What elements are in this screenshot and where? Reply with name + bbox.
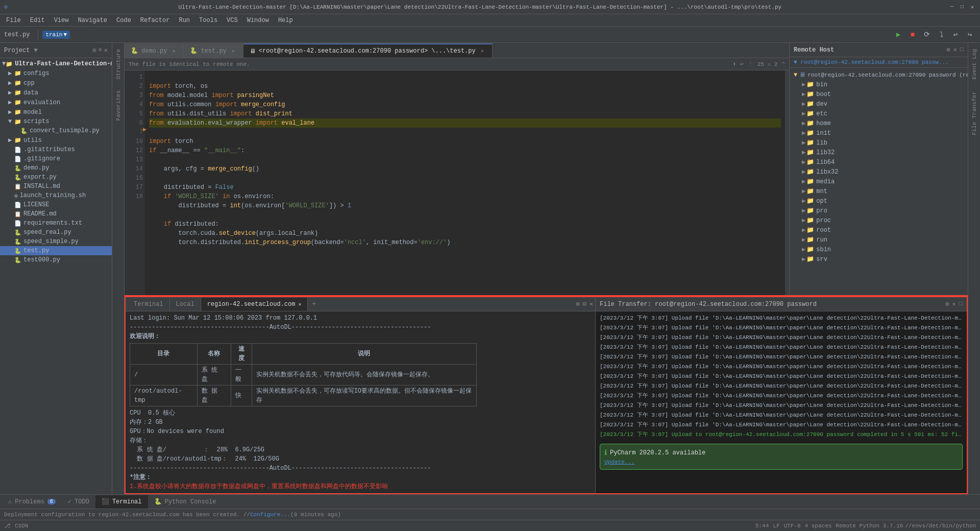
menu-navigate[interactable]: Navigate [74,16,111,25]
rh-folder-etc[interactable]: ▶ 📁 etc [790,109,968,118]
tree-item-install[interactable]: 📋 INSTALL.md [0,182,112,191]
expand-icon[interactable]: □ [960,46,964,54]
undo-icon[interactable]: ↩ [740,61,744,67]
expand-icon[interactable]: ⌃ [781,61,785,67]
structure-icon[interactable]: Structure [114,45,122,85]
rh-folder-srv[interactable]: ▶ 📁 srv [790,254,968,264]
rh-folder-pro[interactable]: ▶ 📁 pro [790,206,968,215]
minimize-button[interactable]: ─ [948,4,955,11]
terminal-content[interactable]: Last login: Sun Mar 12 15:08:06 2023 fro… [126,311,595,493]
event-log-side[interactable]: Event Log [970,45,978,85]
redo-button[interactable]: ↪ [964,29,976,41]
close-icon[interactable]: ✕ [952,300,956,308]
tree-item-speed-simple[interactable]: 🐍 speed_simple.py [0,237,112,246]
tab-close-test[interactable]: ✕ [230,47,237,55]
rh-folder-opt[interactable]: ▶ 📁 opt [790,196,968,206]
close-icon[interactable]: ✕ [590,300,593,308]
run-button[interactable]: ▶ [892,29,904,41]
tab-python-console[interactable]: 🐍 Python Console [148,495,223,509]
expand-icon[interactable]: □ [959,300,963,308]
rh-folder-boot[interactable]: ▶ 📁 boot [790,89,968,99]
rh-folder-init[interactable]: ▶ 📁 init [790,128,968,138]
tab-todo[interactable]: ✓ TODO [62,495,95,509]
rh-root[interactable]: ▼ 🖥 root@region-42.seetacloud.com:27090 … [790,70,968,80]
add-terminal-button[interactable]: + [308,301,320,308]
tab-local[interactable]: Local [170,298,201,311]
close-icon[interactable]: ✕ [104,46,108,54]
settings-icon[interactable]: ⚙ [92,46,96,54]
sync-icon[interactable]: ⬆ [732,61,736,67]
menu-file[interactable]: File [2,16,25,25]
menu-view[interactable]: View [50,16,73,25]
maximize-button[interactable]: □ [959,4,966,11]
rh-folder-libx32[interactable]: ▶ 📁 libx32 [790,167,968,177]
connection-selector[interactable]: ▼ root@region-42.seetacloud.com:27090 pa… [794,59,949,65]
step-over-button[interactable]: ⤵ [935,29,947,41]
close-button[interactable]: ✕ [969,4,976,11]
rh-folder-mnt[interactable]: ▶ 📁 mnt [790,186,968,196]
rh-folder-dev[interactable]: ▶ 📁 dev [790,99,968,109]
close-icon[interactable]: ✕ [953,46,957,54]
tree-item-evaluation[interactable]: ▶ 📁 evaluation [0,98,112,107]
menu-help[interactable]: Help [274,16,297,25]
tree-item-readme[interactable]: 📋 README.md [0,209,112,219]
tab-terminal-bottom[interactable]: ⬛ Terminal [95,495,148,509]
tab-terminal[interactable]: Terminal [128,298,170,311]
tree-item-data[interactable]: ▶ 📁 data [0,88,112,98]
tree-item-test000[interactable]: 🐍 test000.py [0,255,112,264]
rh-folder-root[interactable]: ▶ 📁 root [790,225,968,235]
git-icon[interactable]: ⎇ [4,522,11,529]
menu-window[interactable]: Window [243,16,273,25]
menu-refactor[interactable]: Refactor [136,16,174,25]
tab-demo[interactable]: 🐍 demo.py ✕ [125,43,184,58]
tree-item-launch[interactable]: ⚙ launch_training.sh [0,191,112,200]
tree-item-gitignore[interactable]: 📄 .gitignore [0,154,112,163]
rh-folder-lib32[interactable]: ▶ 📁 lib32 [790,148,968,157]
code-content[interactable]: import torch, os from model.model import… [145,70,785,295]
rh-folder-bin[interactable]: ▶ 📁 bin [790,80,968,89]
tree-item-test[interactable]: 🐍 test.py [0,246,112,255]
menu-run[interactable]: Run [175,16,194,25]
favorites-icon[interactable]: Favorites [114,86,122,127]
tree-item-configs[interactable]: ▶ 📁 configs [0,68,112,78]
file-transfer-side[interactable]: File Transfer [970,87,978,141]
gear-icon[interactable]: ≡ [99,46,102,54]
options-icon[interactable]: ⋮ [748,61,753,67]
menu-edit[interactable]: Edit [26,16,49,25]
encoding[interactable]: UTF-8 [784,523,801,529]
split-icon[interactable]: ⊟ [583,300,586,308]
tree-item-export[interactable]: 🐍 export.py [0,173,112,182]
file-transfer-content[interactable]: [2023/3/12 下午 3:07] Upload file 'D:\Aa-L… [596,311,967,493]
tab-test[interactable]: 🐍 test.py ✕ [184,43,243,58]
rh-folder-sbin[interactable]: ▶ 📁 sbin [790,245,968,254]
rh-folder-run[interactable]: ▶ 📁 run [790,235,968,245]
tab-problems[interactable]: ⚠ Problems 6 [2,495,62,509]
position-indicator[interactable]: 5:44 [755,523,769,529]
tab-close-region[interactable]: ✕ [298,301,301,307]
configure-link[interactable]: Configure... [250,512,290,518]
banner-update-link[interactable]: Update... [604,459,958,465]
tree-item-utils[interactable]: ▶ 📁 utils [0,135,112,145]
stop-button[interactable]: ■ [906,29,919,41]
tree-item-gitattributes[interactable]: 📄 .gitattributes [0,145,112,154]
editor-scrollbar[interactable] [785,70,789,295]
tree-item-demo[interactable]: 🐍 demo.py [0,163,112,173]
tab-region42[interactable]: region-42.seetacloud.com ✕ [201,298,308,311]
settings-icon[interactable]: ⚙ [945,300,949,308]
tree-item-model[interactable]: ▶ 📁 model [0,107,112,117]
tab-close-demo[interactable]: ✕ [170,47,177,55]
settings-icon[interactable]: ⚙ [576,300,579,308]
rh-folder-lib64[interactable]: ▶ 📁 lib64 [790,157,968,167]
tree-item-speed-real[interactable]: 🐍 speed_real.py [0,228,112,237]
indent-setting[interactable]: 4 spaces [805,523,832,529]
rh-folder-home[interactable]: ▶ 📁 home [790,118,968,128]
code-editor[interactable]: 1 2 3 4 5 6 7 10 12 13 14 [125,70,789,295]
tree-item-scripts[interactable]: ▼ 📁 scripts [0,117,112,126]
menu-tools[interactable]: Tools [195,16,222,25]
run-config-selector[interactable]: train ▼ [42,31,70,39]
menu-vcs[interactable]: VCS [223,16,242,25]
tree-item-requirements[interactable]: 📄 requirements.txt [0,219,112,228]
menu-code[interactable]: Code [112,16,135,25]
line-ending[interactable]: LF [773,523,779,529]
reload-button[interactable]: ⟳ [921,29,933,41]
